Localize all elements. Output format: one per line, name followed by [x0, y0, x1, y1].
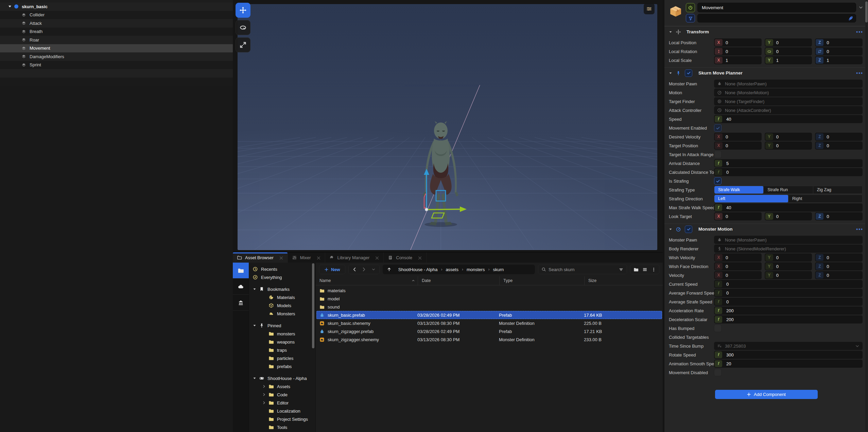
y-value-field[interactable]: 0 [765, 47, 812, 55]
x-value-field[interactable]: X0 [714, 212, 762, 220]
x-value-field[interactable]: X0 [714, 142, 762, 150]
segment-option[interactable]: Strafe Walk [714, 186, 764, 194]
sidebar-item-code[interactable]: Code [249, 391, 315, 399]
hierarchy-item-sprint[interactable]: Sprint [0, 61, 233, 69]
filter-icon[interactable] [619, 267, 624, 272]
sidebar-item-project-settings[interactable]: Project Settings [249, 415, 315, 423]
section-menu-icon[interactable]: ••• [856, 29, 863, 35]
sidebar-item-models[interactable]: Models [249, 301, 315, 310]
sidebar-item-materials[interactable]: Materials [249, 293, 315, 301]
rail-home-button[interactable] [233, 295, 249, 311]
gizmo-origin[interactable] [425, 208, 428, 211]
enabled-toggle[interactable] [686, 3, 695, 12]
file-row[interactable]: skurn_zigzagger.shenemy03/13/2026 08:30 … [316, 335, 662, 344]
reference-field[interactable]: None (AttackController) [714, 106, 863, 114]
component-enabled-checkbox[interactable] [685, 69, 692, 77]
file-row[interactable]: skurn_basic.shenemy03/13/2026 08:30 PMMo… [316, 319, 662, 327]
float-field[interactable]: f300 [714, 351, 863, 359]
hierarchy-item-movement[interactable]: Movement [0, 44, 233, 53]
file-row[interactable]: skurn_zigzagger.prefab03/28/2026 02:49 P… [316, 327, 662, 335]
back-button[interactable] [350, 265, 359, 273]
rail-cloud-button[interactable] [233, 279, 249, 295]
sidebar-item-monsters[interactable]: monsters [249, 330, 315, 338]
breadcrumb-segment[interactable]: skurn [491, 267, 506, 272]
float-field[interactable]: f40 [714, 115, 863, 123]
reference-field[interactable]: None (MonsterPawn) [714, 80, 863, 88]
float-field[interactable]: f0 [714, 168, 863, 176]
sidebar-scroll-thumb[interactable] [312, 263, 314, 348]
breadcrumb-bar[interactable]: ShootHouse - Alpha›assets›monsters›skurn [383, 265, 535, 274]
y-value-field[interactable]: Y0 [765, 253, 812, 262]
expand-caret-icon[interactable] [262, 393, 266, 397]
segment-option[interactable]: Right [788, 195, 862, 202]
section-menu-icon[interactable]: ••• [856, 70, 863, 76]
tab-library-manager[interactable]: Library Manager [325, 252, 384, 263]
z-value-field[interactable]: 0 [815, 47, 863, 55]
y-value-field[interactable]: Y0 [765, 212, 812, 220]
float-field[interactable]: f0 [714, 298, 863, 306]
z-value-field[interactable]: Z0 [815, 212, 863, 220]
add-component-button[interactable]: Add Component [715, 390, 818, 399]
sidebar-item-pinned[interactable]: Pinned [249, 321, 315, 330]
file-row[interactable]: skurn_basic.prefab03/28/2026 02:49 PMPre… [316, 311, 662, 319]
segment-option[interactable]: Strafe Run [764, 186, 813, 194]
reference-field[interactable]: None (MonsterMotion) [714, 88, 863, 97]
section-header-transform[interactable]: Transform••• [664, 27, 868, 37]
z-value-field[interactable]: Z0 [815, 262, 863, 270]
collapse-caret-icon[interactable] [253, 287, 257, 291]
viewport-settings-button[interactable] [644, 3, 655, 14]
y-value-field[interactable]: Y0 [765, 133, 812, 141]
tab-console[interactable]: Console [384, 252, 427, 263]
file-row[interactable]: model [316, 295, 662, 303]
x-value-field[interactable]: X0 [714, 253, 762, 262]
float-field[interactable]: f0 [714, 289, 863, 297]
float-field[interactable]: f200 [714, 306, 863, 315]
expand-caret-icon[interactable] [7, 4, 12, 9]
sidebar-item-everything[interactable]: Everything [249, 273, 315, 281]
sidebar-item-shoothouse---alpha[interactable]: ShootHouse - Alpha [249, 374, 315, 382]
collapse-caret-icon[interactable] [253, 376, 257, 380]
column-header-name[interactable]: Name [316, 276, 418, 285]
z-value-field[interactable]: Z0 [815, 142, 863, 150]
y-value-field[interactable]: Y0 [765, 142, 812, 150]
float-field[interactable]: f5 [714, 159, 863, 167]
history-dropdown-button[interactable] [369, 265, 378, 273]
breadcrumb-segment[interactable]: assets [444, 267, 461, 272]
file-row[interactable]: materials [316, 286, 662, 295]
segment-option[interactable]: Zig Zag [813, 186, 862, 194]
up-directory-icon[interactable] [387, 267, 392, 272]
checkbox[interactable] [714, 369, 722, 376]
y-value-field[interactable]: Y0 [765, 38, 812, 47]
section-menu-icon[interactable]: ••• [856, 227, 863, 232]
z-value-field[interactable]: Z0 [815, 271, 863, 279]
component-enabled-checkbox[interactable] [685, 226, 692, 233]
sidebar-item-localization[interactable]: Localization [249, 407, 315, 415]
rail-files-button[interactable] [233, 263, 249, 279]
checkbox[interactable] [714, 177, 722, 185]
column-header-type[interactable]: Type [500, 276, 585, 285]
sidebar-item-assets[interactable]: Assets [249, 382, 315, 391]
add-tag-icon[interactable] [848, 16, 853, 21]
float-field[interactable]: f200 [714, 315, 863, 323]
gizmo-x-axis[interactable] [427, 209, 461, 210]
more-options-button[interactable] [649, 265, 658, 273]
hierarchy-item-damagemodifiers[interactable]: DamageModifiers [0, 52, 233, 61]
icon-view-button[interactable] [631, 265, 640, 273]
breadcrumb-segment[interactable]: monsters [465, 267, 487, 272]
tab-mixer[interactable]: Mixer [288, 252, 325, 263]
tab-asset-browser[interactable]: Asset Browser [233, 252, 288, 263]
visibility-toggle[interactable] [686, 14, 695, 22]
section-header-skurn-move-planner[interactable]: Skurn Move Planner••• [664, 68, 868, 78]
hierarchy-root-row[interactable]: skurn_basic [0, 2, 233, 11]
breadcrumb-segment[interactable]: ShootHouse - Alpha [396, 267, 440, 272]
hierarchy-item-attack[interactable]: Attack [0, 19, 233, 28]
close-tab-icon[interactable] [417, 255, 421, 260]
sidebar-scrollbar[interactable] [312, 263, 314, 431]
reference-field[interactable]: None (SkinnedModelRenderer) [714, 245, 863, 253]
x-value-field[interactable]: X0 [714, 133, 762, 141]
reference-field[interactable]: None (MonsterPawn) [714, 236, 863, 244]
collapse-caret-icon[interactable] [669, 71, 673, 75]
reference-field[interactable]: None (TargetFinder) [714, 97, 863, 105]
x-value-field[interactable]: X0 [714, 271, 762, 279]
collapse-caret-icon[interactable] [253, 323, 257, 328]
